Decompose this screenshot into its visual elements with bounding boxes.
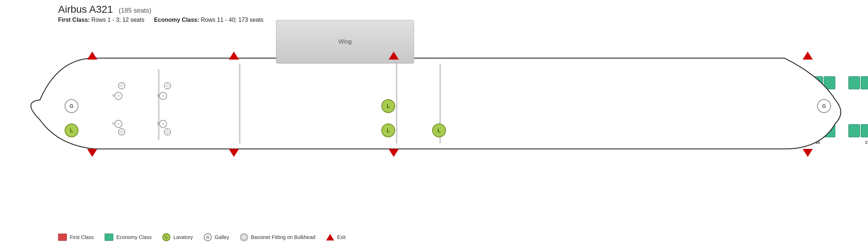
lavatory-mid-top: L [381, 99, 395, 113]
galley-right: G [817, 99, 831, 113]
bassinet-a [163, 82, 171, 91]
legend-first-class: First Class [58, 234, 94, 241]
exit-top-3 [389, 52, 399, 60]
page-title: Airbus A321 (185 seats) [58, 4, 264, 15]
legend-lavatory: L Lavatory [162, 233, 193, 241]
legend-lav-label: Lavatory [173, 234, 193, 240]
lavatory-right-1: L [432, 124, 446, 137]
s-27-K[interactable] [861, 76, 868, 89]
lavatory-mid-bot: L [381, 124, 395, 137]
svg-point-25 [243, 236, 245, 238]
legend-exit-triangle [326, 234, 334, 240]
legend-economy-class: Economy Class [105, 234, 151, 241]
legend-ec-box [105, 234, 113, 241]
legend-bassinet-label: Bassinet Fitting on Bulkhead [251, 234, 315, 240]
bassinet-c [118, 82, 126, 91]
bassinet-d [118, 128, 126, 137]
header: Airbus A321 (185 seats) First Class: Row… [58, 4, 264, 23]
exit-bot-1 [87, 149, 97, 157]
legend-lav-circle: L [162, 233, 170, 241]
svg-point-13 [121, 85, 123, 87]
galley-left: G [65, 99, 78, 113]
legend-exit: Exit [326, 234, 345, 240]
legend-bassinet-symbol [240, 233, 248, 241]
exit-top-2 [229, 52, 239, 60]
exit-bot-2 [229, 149, 239, 157]
legend-fc-label: First Class [70, 234, 94, 240]
s-27-B[interactable] [861, 124, 868, 137]
lavatory-left-1: L [65, 124, 78, 137]
svg-point-19 [121, 131, 123, 133]
legend-bassinet: Bassinet Fitting on Bulkhead [240, 233, 315, 241]
legend-galley: G Galley [204, 233, 229, 241]
legend-galley-label: Galley [215, 234, 229, 240]
legend: First Class Economy Class L Lavatory G G… [58, 233, 346, 241]
class-info: First Class: Rows 1 - 3; 12 seats Econom… [58, 17, 264, 23]
svg-point-1 [166, 85, 169, 87]
bulkhead-1 [158, 69, 159, 140]
exit-bot-4 [803, 149, 813, 157]
bassinet-b [163, 128, 171, 137]
exit-top-1 [87, 52, 97, 60]
legend-fc-box [58, 234, 67, 241]
rn-27: 27 [861, 140, 868, 145]
legend-ec-label: Economy Class [116, 234, 151, 240]
exit-bot-3 [389, 149, 399, 157]
plane-diagram: Wing G G L L L L B B B B [22, 40, 857, 196]
legend-exit-label: Exit [337, 234, 345, 240]
legend-galley-circle: G [204, 233, 212, 241]
svg-point-7 [166, 131, 169, 133]
exit-top-4 [803, 52, 813, 60]
bulkhead-3 [396, 64, 397, 143]
bulkhead-2 [239, 64, 240, 143]
